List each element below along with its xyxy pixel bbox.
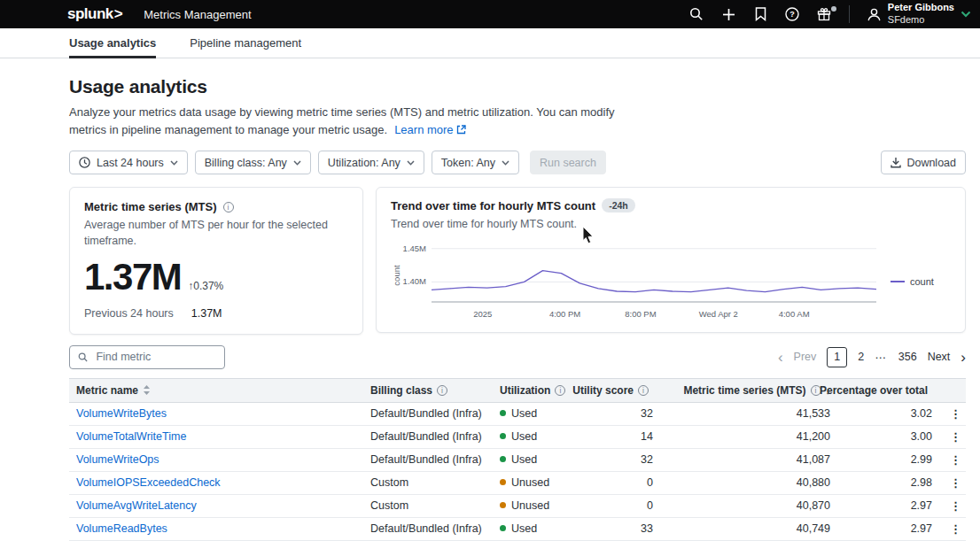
col-mts[interactable]: Metric time series (MTS)i↓	[660, 378, 837, 402]
billing-class-dropdown[interactable]: Billing class: Any	[195, 151, 311, 174]
prev-button[interactable]: Prev	[794, 351, 817, 363]
metric-name-link[interactable]: VolumeReadBytes	[76, 522, 167, 535]
tab-pipeline-management[interactable]: Pipeline management	[190, 28, 301, 58]
metric-name-link[interactable]: VolumeAvgWriteLatency	[76, 499, 197, 512]
main-content: Usage analytics Analyze your metrics dat…	[0, 58, 980, 541]
next-button[interactable]: Next	[928, 351, 951, 363]
list-toolbar: ‹ Prev 1 2 ⋯ 356 Next ›	[69, 345, 966, 369]
page-2-button[interactable]: 2	[858, 351, 864, 363]
info-icon[interactable]: i	[437, 385, 447, 396]
utilization-cell: Unused	[493, 471, 576, 494]
metric-name-cell: VolumeWriteOps	[69, 448, 363, 471]
page-last-button[interactable]: 356	[898, 351, 917, 363]
row-actions-kebab[interactable]: ⋮	[946, 476, 965, 490]
billing-class-cell: Default/Bundled (Infra)	[363, 425, 493, 448]
metrics-table: Metric name Billing classi Utilizationi …	[69, 378, 966, 541]
metrics-table-body: VolumeWriteBytesDefault/Bundled (Infra)U…	[69, 402, 966, 541]
percentage-cell: 3.00	[837, 425, 939, 448]
trend-chart-svg[interactable]: 1.45M1.40M20254:00 PM8:00 PMWed Apr 24:0…	[391, 240, 883, 323]
mts-delta: ↑0.37%	[188, 280, 223, 295]
mts-value: 1.37M	[84, 259, 181, 295]
user-menu[interactable]: Peter Gibbons SFdemo	[867, 2, 971, 27]
chart-legend[interactable]: count	[891, 276, 934, 287]
prev-chevron-icon[interactable]: ‹	[778, 350, 783, 365]
whats-new-gift-icon[interactable]	[817, 7, 832, 22]
info-icon[interactable]: i	[638, 385, 649, 396]
mts-count-cell: 40,749	[660, 517, 837, 540]
col-utility-score[interactable]: Utility scorei	[576, 378, 660, 402]
utilization-status-dot	[500, 456, 506, 462]
utilization-cell: Used	[493, 425, 576, 448]
download-button[interactable]: Download	[881, 151, 966, 174]
utility-score-cell: 0	[576, 471, 660, 494]
x-tick-label: Wed Apr 2	[699, 309, 738, 319]
next-chevron-icon[interactable]: ›	[961, 350, 966, 365]
legend-label: count	[910, 276, 934, 287]
mts-count-cell: 41,087	[660, 448, 837, 471]
metric-name-link[interactable]: VolumeIOPSExceededCheck	[76, 476, 221, 489]
find-metric-input[interactable]	[94, 350, 216, 364]
page-description: Analyze your metrics data usage by viewi…	[69, 104, 641, 138]
row-actions-kebab[interactable]: ⋮	[946, 453, 965, 467]
row-actions-kebab[interactable]: ⋮	[946, 430, 965, 444]
y-axis-label: count	[392, 265, 401, 286]
app-title: Metrics Management	[144, 8, 251, 21]
utilization-cell: Used	[493, 517, 576, 540]
actions-cell: ⋮	[939, 517, 966, 540]
time-range-dropdown[interactable]: Last 24 hours	[69, 151, 188, 174]
run-search-button[interactable]: Run search	[530, 151, 606, 174]
row-actions-kebab[interactable]: ⋮	[946, 499, 965, 513]
col-utilization[interactable]: Utilizationi	[493, 378, 576, 402]
utilization-status-dot	[500, 525, 506, 531]
row-actions-kebab[interactable]: ⋮	[946, 407, 965, 421]
info-icon[interactable]: i	[223, 202, 234, 213]
learn-more-link[interactable]: Learn more	[394, 123, 465, 136]
percentage-cell: 3.02	[837, 402, 939, 425]
utilization-status-dot	[500, 410, 506, 416]
tab-usage-analytics[interactable]: Usage analytics	[69, 28, 156, 58]
mts-count-cell: 40,870	[660, 494, 837, 517]
chevron-down-icon	[961, 11, 971, 18]
utility-score-cell: 32	[576, 448, 660, 471]
summary-cards: Metric time series (MTS) i Average numbe…	[69, 187, 966, 335]
token-dropdown[interactable]: Token: Any	[432, 151, 519, 174]
metric-name-link[interactable]: VolumeWriteBytes	[76, 407, 167, 420]
caret-down-icon	[502, 160, 509, 166]
metric-name-link[interactable]: VolumeTotalWriteTime	[76, 430, 186, 443]
actions-cell: ⋮	[939, 425, 966, 448]
row-actions-kebab[interactable]: ⋮	[946, 522, 965, 536]
col-actions	[939, 378, 966, 402]
splunk-logo[interactable]: splunk>	[67, 5, 122, 23]
table-row: VolumeReadBytesDefault/Bundled (Infra)Us…	[69, 517, 966, 540]
user-name: Peter Gibbons	[888, 2, 954, 14]
x-tick-label: 2025	[473, 309, 492, 319]
col-percentage[interactable]: Percentage over total	[837, 378, 939, 402]
metric-name-link[interactable]: VolumeWriteOps	[76, 453, 159, 466]
sort-icon	[143, 385, 151, 395]
bookmark-icon[interactable]	[753, 7, 768, 22]
x-tick-label: 4:00 AM	[779, 309, 810, 319]
table-row: VolumeWriteBytesDefault/Bundled (Infra)U…	[69, 402, 966, 425]
count-series-line	[432, 270, 876, 291]
add-icon[interactable]	[721, 7, 736, 22]
col-billing-class[interactable]: Billing classi	[363, 378, 493, 402]
search-icon[interactable]	[689, 7, 704, 22]
pagination: ‹ Prev 1 2 ⋯ 356 Next ›	[778, 347, 966, 367]
billing-class-cell: Default/Bundled (Infra)	[363, 517, 493, 540]
col-metric-name[interactable]: Metric name	[69, 378, 363, 402]
find-metric-searchbox[interactable]	[69, 345, 225, 369]
page-1-button[interactable]: 1	[827, 347, 847, 367]
y-tick-label: 1.40M	[403, 276, 426, 286]
utility-score-cell: 14	[576, 425, 660, 448]
metric-name-cell: VolumeWriteBytes	[69, 402, 363, 425]
table-row: VolumeAvgWriteLatencyCustomUnused040,870…	[69, 494, 966, 517]
utility-score-cell: 0	[576, 494, 660, 517]
utilization-status-dot	[500, 479, 506, 485]
utility-score-cell: 32	[576, 402, 660, 425]
pagination-ellipsis: ⋯	[875, 351, 888, 364]
info-icon[interactable]: i	[555, 385, 565, 396]
utilization-dropdown[interactable]: Utilization: Any	[318, 151, 424, 174]
topbar: splunk> Metrics Management ? Peter Gibbo…	[0, 0, 980, 28]
actions-cell: ⋮	[939, 494, 966, 517]
help-icon[interactable]: ?	[785, 7, 800, 22]
